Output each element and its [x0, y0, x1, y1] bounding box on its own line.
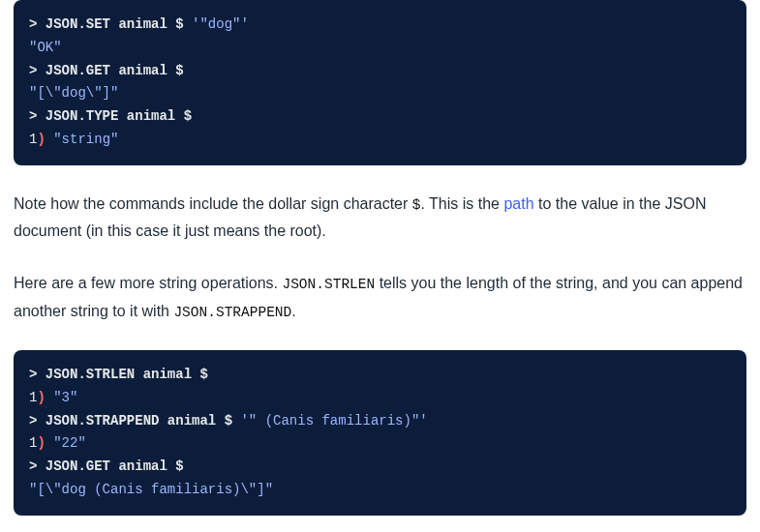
- text: Note how the commands include the dollar…: [14, 195, 412, 212]
- code-token: [46, 132, 53, 147]
- code-line: 1) "3": [29, 387, 731, 410]
- code-line: > JSON.SET animal $ '"dog"': [29, 14, 731, 37]
- paragraph-string-ops: Here are a few more string operations. J…: [14, 270, 746, 325]
- code-token: '"dog"': [192, 16, 249, 32]
- code-line: "[\"dog (Canis familiaris)\"]": [29, 479, 731, 502]
- code-token: ): [37, 390, 45, 405]
- code-token: "[\"dog (Canis familiaris)\"]": [29, 482, 273, 497]
- code-token: JSON.STRAPPEND animal $: [46, 413, 241, 429]
- code-token: JSON.GET animal $: [46, 458, 184, 474]
- code-token: ): [37, 435, 45, 451]
- code-token: [46, 435, 53, 451]
- code-line: > JSON.STRLEN animal $: [29, 364, 731, 387]
- code-token: "3": [53, 390, 77, 405]
- code-token: >: [29, 413, 46, 429]
- code-block-1[interactable]: > JSON.SET animal $ '"dog"'"OK"> JSON.GE…: [14, 0, 746, 165]
- code-line: "OK": [29, 37, 731, 60]
- code-token: JSON.TYPE animal $: [46, 108, 192, 124]
- code-token: >: [29, 63, 46, 78]
- code-line: > JSON.TYPE animal $: [29, 105, 731, 129]
- code-token: '" (Canis familiaris)"': [240, 413, 427, 429]
- code-token: >: [29, 108, 46, 124]
- paragraph-path-note: Note how the commands include the dollar…: [14, 191, 746, 245]
- code-token: >: [29, 458, 46, 474]
- code-line: > JSON.STRAPPEND animal $ '" (Canis fami…: [29, 410, 731, 433]
- text: . This is the: [420, 195, 503, 212]
- code-token: >: [29, 16, 46, 32]
- code-token: "[\"dog\"]": [29, 85, 118, 101]
- inline-code-strlen: JSON.STRLEN: [282, 277, 375, 292]
- code-token: JSON.GET animal $: [46, 63, 184, 78]
- text: .: [291, 303, 295, 319]
- code-line: > JSON.GET animal $: [29, 60, 731, 83]
- code-line: > JSON.GET animal $: [29, 456, 731, 479]
- text: Here are a few more string operations.: [14, 275, 282, 291]
- code-token: "22": [53, 435, 86, 451]
- code-token: "string": [53, 132, 118, 147]
- inline-code-strappend: JSON.STRAPPEND: [173, 305, 291, 320]
- code-line: "[\"dog\"]": [29, 82, 731, 105]
- code-token: [46, 390, 53, 405]
- code-line: 1) "string": [29, 129, 731, 152]
- code-token: "OK": [29, 40, 62, 55]
- code-token: >: [29, 367, 46, 382]
- code-block-2[interactable]: > JSON.STRLEN animal $1) "3"> JSON.STRAP…: [14, 350, 746, 516]
- code-line: 1) "22": [29, 432, 731, 456]
- code-token: ): [37, 132, 45, 147]
- code-token: JSON.SET animal $: [46, 16, 192, 32]
- path-link[interactable]: path: [503, 195, 533, 212]
- code-token: JSON.STRLEN animal $: [46, 367, 208, 382]
